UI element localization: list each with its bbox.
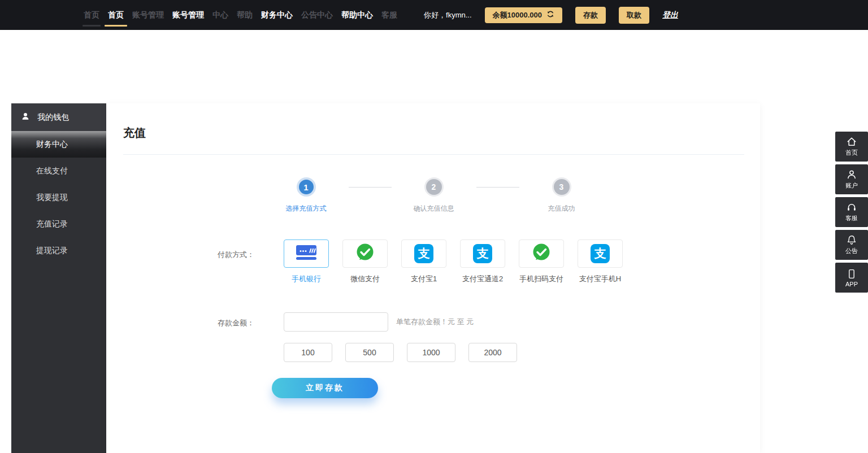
deposit-now-button[interactable]: 立即存款 (272, 378, 378, 398)
step-connector (476, 187, 519, 188)
payment-method-box (284, 239, 329, 268)
sidebar-item-recharge-records[interactable]: 充值记录 (11, 211, 106, 237)
payment-method-box: 支 (460, 239, 505, 268)
payment-method-box: 支 (401, 239, 446, 268)
payment-method-name: 支付宝通道2 (462, 274, 503, 284)
deposit-amount-input[interactable] (284, 312, 388, 332)
user-greeting: 你好，fkymn... (424, 10, 472, 20)
deposit-amount-hint: 单笔存款金额！元 至 元 (396, 312, 474, 332)
step-success: 3 充值成功 (519, 177, 604, 214)
submit-row: 立即存款 (123, 378, 744, 398)
quick-amount-500[interactable]: 500 (345, 343, 394, 362)
main-nav: 首页 首页 账号管理 账号管理 中心 帮助 财务中心 公告中心 帮助中心 客服 (84, 0, 397, 30)
nav-item-account-management[interactable]: 账号管理 (172, 0, 204, 30)
main-area: 我的钱包 财务中心 在线支付 我要提现 充值记录 提现记录 充值 1 选择充值方… (11, 103, 868, 453)
toolbar-announcements[interactable]: 公告 (835, 230, 868, 260)
toolbar-home[interactable]: 首页 (835, 132, 868, 162)
sidebar-item-withdraw-records[interactable]: 提现记录 (11, 237, 106, 264)
toolbar-label: APP (845, 281, 858, 288)
toolbar-label: 客服 (845, 214, 858, 223)
home-icon (846, 136, 857, 147)
quick-amount-100[interactable]: 100 (284, 343, 332, 362)
step-connector (349, 187, 392, 188)
quick-amount-1000[interactable]: 1000 (407, 343, 455, 362)
payment-method-box (519, 239, 564, 268)
alipay-icon: 支 (591, 244, 610, 263)
toolbar-label: 公告 (845, 247, 858, 255)
nav-item-help-center[interactable]: 帮助中心 (341, 0, 373, 30)
toolbar-app[interactable]: APP (835, 263, 868, 293)
floating-toolbar: 首页 账户 客服 公告 (835, 132, 868, 293)
recharge-card: 充值 1 选择充值方式 2 确认充值信息 3 充值成功 付款方式： (106, 103, 760, 453)
step-confirm-info: 2 确认充值信息 (392, 177, 476, 214)
payment-method-label: 付款方式： (123, 239, 254, 260)
sidebar-header-my-wallet[interactable]: 我的钱包 (11, 103, 106, 131)
step-3-circle: 3 (552, 177, 571, 197)
alipay-icon: 支 (473, 244, 492, 263)
step-2-circle: 2 (424, 177, 444, 197)
balance-pill[interactable]: 余额10000.000 (485, 7, 562, 23)
headset-icon (846, 202, 857, 213)
alipay-icon: 支 (414, 244, 433, 263)
balance-amount: 余额10000.000 (493, 10, 542, 20)
payment-method-mobile-bank[interactable]: 手机银行 (284, 239, 329, 284)
payment-method-mobile-scan[interactable]: 手机扫码支付 (519, 239, 564, 284)
wallet-sidebar: 我的钱包 财务中心 在线支付 我要提现 充值记录 提现记录 (11, 103, 106, 453)
deposit-button[interactable]: 存款 (575, 7, 606, 24)
user-icon (846, 169, 857, 180)
user-cluster: 你好，fkymn... 余额10000.000 存款 取款 登出 (424, 7, 678, 24)
topbar: 首页 首页 账号管理 账号管理 中心 帮助 财务中心 公告中心 帮助中心 客服 … (0, 0, 868, 30)
sidebar-item-withdraw[interactable]: 我要提现 (11, 184, 106, 211)
payment-method-alipay-channel-2[interactable]: 支 支付宝通道2 (460, 239, 505, 284)
nav-ghost-center: 中心 (212, 0, 228, 30)
payment-method-row: 付款方式： 手机银行 (123, 239, 744, 284)
payment-method-name: 手机银行 (292, 274, 321, 284)
nav-ghost-help: 帮助 (237, 0, 253, 30)
logout-link[interactable]: 登出 (662, 10, 678, 20)
sidebar-item-finance-center[interactable]: 财务中心 (11, 131, 106, 158)
toolbar-label: 账户 (845, 181, 858, 190)
payment-method-wechat[interactable]: 微信支付 (342, 239, 388, 284)
payment-method-name: 支付宝1 (411, 274, 437, 284)
payment-method-alipay-mobile-h[interactable]: 支 支付宝手机H (578, 239, 623, 284)
step-choose-method: 1 选择充值方式 (264, 177, 349, 214)
payment-method-name: 支付宝手机H (579, 274, 621, 284)
toolbar-label: 首页 (845, 149, 858, 157)
bank-card-icon (295, 245, 318, 263)
wechat-pay-icon (355, 242, 375, 265)
smartphone-icon (846, 268, 857, 280)
deposit-amount-row: 存款金额： 单笔存款金额！元 至 元 (123, 312, 744, 332)
step-1-circle: 1 (297, 177, 316, 197)
page-title: 充值 (123, 125, 744, 141)
title-divider (123, 154, 744, 155)
nav-item-finance-center[interactable]: 财务中心 (261, 0, 293, 30)
payment-method-name: 手机扫码支付 (519, 274, 563, 284)
withdraw-button[interactable]: 取款 (619, 7, 649, 24)
recharge-stepper: 1 选择充值方式 2 确认充值信息 3 充值成功 (123, 177, 744, 214)
bell-icon (846, 234, 857, 246)
payment-methods: 手机银行 微信支付 (284, 239, 623, 284)
sidebar-header-label: 我的钱包 (37, 112, 69, 123)
nav-ghost-account: 账号管理 (132, 0, 164, 30)
nav-item-home[interactable]: 首页 (108, 0, 124, 30)
deposit-amount-label: 存款金额： (123, 312, 254, 328)
nav-ghost-home: 首页 (84, 0, 99, 30)
toolbar-support[interactable]: 客服 (835, 197, 868, 227)
wechat-pay-icon (531, 242, 552, 265)
nav-ghost-service: 客服 (381, 0, 397, 30)
sidebar-item-online-payment[interactable]: 在线支付 (11, 158, 106, 184)
quick-amount-2000[interactable]: 2000 (468, 343, 517, 362)
payment-method-box (342, 239, 388, 268)
step-2-label: 确认充值信息 (414, 204, 454, 214)
quick-amounts: 100 500 1000 2000 (284, 343, 517, 362)
nav-item-announcement-center[interactable]: 公告中心 (301, 0, 333, 30)
step-3-label: 充值成功 (548, 204, 575, 214)
step-1-label: 选择充值方式 (286, 204, 327, 214)
payment-method-box: 支 (578, 239, 623, 268)
refresh-balance-icon[interactable] (546, 10, 554, 20)
quick-amount-row: 100 500 1000 2000 (123, 343, 744, 362)
payment-method-alipay-1[interactable]: 支 支付宝1 (401, 239, 446, 284)
toolbar-account[interactable]: 账户 (835, 164, 868, 194)
person-icon (21, 112, 30, 123)
payment-method-name: 微信支付 (350, 274, 380, 284)
